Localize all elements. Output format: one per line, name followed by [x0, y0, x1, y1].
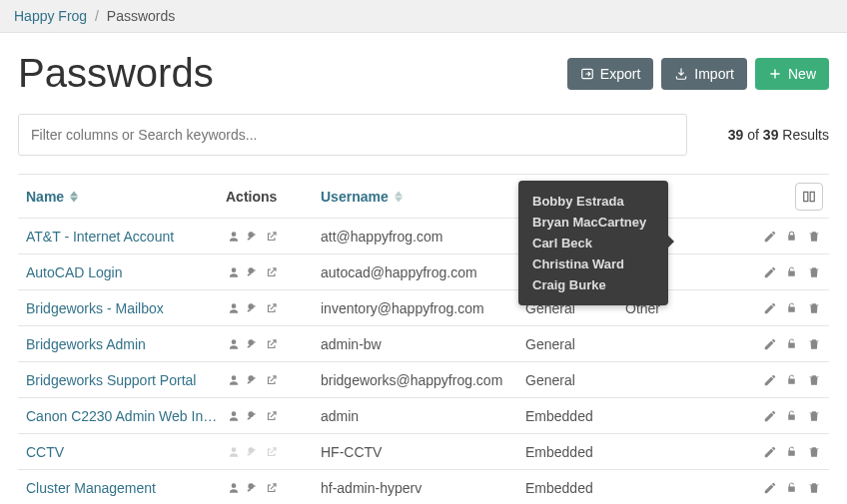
trash-icon[interactable] [807, 445, 821, 459]
user-icon[interactable] [226, 409, 242, 423]
password-name-link[interactable]: Canon C2230 Admin Web In… [26, 408, 217, 424]
svg-rect-2 [810, 192, 814, 201]
trash-icon[interactable] [807, 301, 821, 315]
popover-item[interactable]: Craig Burke [532, 274, 654, 295]
user-icon[interactable] [226, 373, 242, 387]
col-header-username[interactable]: Username [319, 183, 523, 211]
security-popover: Bobby EstradaBryan MacCartneyCarl BeckCh… [518, 181, 668, 305]
export-icon [580, 67, 594, 81]
table-row: AT&T - Internet Account att@happyfrog.co… [18, 219, 829, 254]
external-icon[interactable] [264, 445, 280, 459]
user-icon[interactable] [226, 301, 242, 315]
key-icon[interactable] [245, 373, 261, 387]
download-icon [674, 67, 688, 81]
edit-icon[interactable] [763, 337, 777, 351]
popover-item[interactable]: Christina Ward [532, 253, 654, 274]
edit-icon[interactable] [763, 445, 777, 459]
password-name-link[interactable]: Bridgeworks Support Portal [26, 372, 196, 388]
edit-icon[interactable] [763, 409, 777, 423]
password-name-link[interactable]: AT&T - Internet Account [26, 229, 174, 245]
username-cell: inventory@happyfrog.com [319, 294, 523, 322]
table-row: Bridgeworks Admin admin-bw General [18, 326, 829, 362]
trash-icon[interactable] [807, 230, 821, 244]
table-row: AutoCAD Login autocad@happyfrog.com Gene… [18, 254, 829, 290]
breadcrumb-root[interactable]: Happy Frog [14, 8, 87, 24]
action-buttons: Export Import New [567, 58, 829, 90]
security-cell [623, 446, 733, 458]
table-row: Cluster Management hf-admin-hyperv Embed… [18, 470, 829, 504]
breadcrumb-current: Passwords [107, 8, 175, 24]
edit-icon[interactable] [763, 301, 777, 315]
user-icon[interactable] [226, 337, 242, 351]
column-picker-button[interactable] [795, 183, 823, 211]
key-icon[interactable] [245, 301, 261, 315]
key-icon[interactable] [245, 445, 261, 459]
table-row: Bridgeworks - Mailbox inventory@happyfro… [18, 290, 829, 326]
trash-icon[interactable] [807, 265, 821, 279]
password-name-link[interactable]: Cluster Management [26, 480, 156, 496]
external-icon[interactable] [264, 230, 280, 244]
user-icon[interactable] [226, 481, 242, 495]
edit-icon[interactable] [763, 230, 777, 244]
key-icon[interactable] [245, 230, 261, 244]
username-cell: bridgeworks@happyfrog.com [319, 366, 523, 394]
lock-open-icon[interactable] [785, 373, 799, 387]
popover-item[interactable]: Carl Beck [532, 233, 654, 253]
popover-item[interactable]: Bryan MacCartney [532, 212, 654, 233]
lock-open-icon[interactable] [785, 409, 799, 423]
security-cell [623, 338, 733, 350]
lock-open-icon[interactable] [785, 301, 799, 315]
user-icon[interactable] [226, 265, 242, 279]
col-header-security: Bobby EstradaBryan MacCartneyCarl BeckCh… [623, 191, 733, 203]
edit-icon[interactable] [763, 373, 777, 387]
external-icon[interactable] [264, 373, 280, 387]
external-icon[interactable] [264, 265, 280, 279]
lock-open-icon[interactable] [785, 481, 799, 495]
external-icon[interactable] [264, 337, 280, 351]
key-icon[interactable] [245, 481, 261, 495]
external-icon[interactable] [264, 301, 280, 315]
search-input[interactable] [18, 114, 687, 156]
password-name-link[interactable]: CCTV [26, 444, 64, 460]
user-icon[interactable] [226, 230, 242, 244]
lock-closed-icon[interactable] [785, 230, 799, 244]
passwords-table: Name Actions Username Type [18, 174, 829, 504]
trash-icon[interactable] [807, 481, 821, 495]
trash-icon[interactable] [807, 337, 821, 351]
plus-icon [768, 67, 782, 81]
breadcrumb: Happy Frog / Passwords [0, 0, 847, 33]
key-icon[interactable] [245, 337, 261, 351]
password-name-link[interactable]: Bridgeworks Admin [26, 336, 146, 352]
results-text: 39 of 39 Results [728, 127, 829, 143]
lock-open-icon[interactable] [785, 337, 799, 351]
username-cell: hf-admin-hyperv [319, 474, 523, 502]
trash-icon[interactable] [807, 409, 821, 423]
external-icon[interactable] [264, 481, 280, 495]
security-cell [623, 482, 733, 494]
page-title: Passwords [18, 51, 214, 96]
password-name-link[interactable]: Bridgeworks - Mailbox [26, 300, 164, 316]
popover-item[interactable]: Bobby Estrada [532, 191, 654, 212]
external-icon[interactable] [264, 409, 280, 423]
lock-open-icon[interactable] [785, 445, 799, 459]
edit-icon[interactable] [763, 265, 777, 279]
key-icon[interactable] [245, 409, 261, 423]
username-cell: HF-CCTV [319, 438, 523, 466]
new-button[interactable]: New [755, 58, 829, 90]
user-icon[interactable] [226, 445, 242, 459]
username-cell: admin-bw [319, 330, 523, 358]
col-header-name[interactable]: Name [24, 183, 224, 211]
import-button[interactable]: Import [661, 58, 747, 90]
security-cell [623, 374, 733, 386]
password-name-link[interactable]: AutoCAD Login [26, 264, 123, 280]
trash-icon[interactable] [807, 373, 821, 387]
import-label: Import [694, 66, 734, 82]
lock-open-icon[interactable] [785, 265, 799, 279]
sort-icon [395, 191, 403, 203]
export-button[interactable]: Export [567, 58, 653, 90]
type-cell: General [523, 366, 623, 394]
key-icon[interactable] [245, 265, 261, 279]
edit-icon[interactable] [763, 481, 777, 495]
table-row: Canon C2230 Admin Web In… admin Embedded [18, 398, 829, 434]
results-total: 39 [763, 127, 779, 143]
